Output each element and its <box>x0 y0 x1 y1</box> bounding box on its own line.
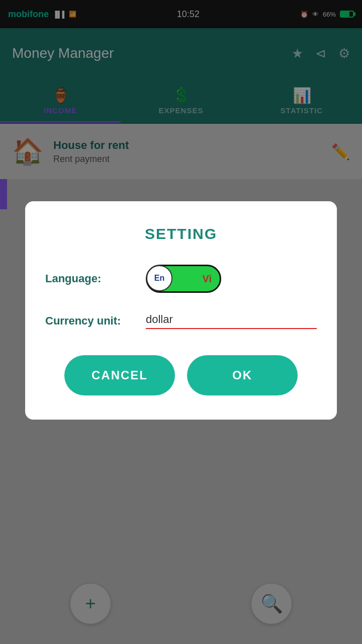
cancel-button[interactable]: CANCEL <box>64 355 175 395</box>
language-row: Language: En Vi <box>45 265 317 293</box>
toggle-en-knob: En <box>146 265 172 291</box>
currency-input-wrap <box>146 313 317 329</box>
currency-row: Currency unit: <box>45 313 317 329</box>
language-toggle[interactable]: En Vi <box>146 265 221 293</box>
dialog-buttons: CANCEL OK <box>45 355 317 395</box>
ok-button[interactable]: OK <box>187 355 298 395</box>
dialog-title: SETTING <box>45 225 317 243</box>
settings-dialog: SETTING Language: En Vi Currency unit: C… <box>25 201 337 420</box>
toggle-vi-label: Vi <box>202 273 212 285</box>
currency-label: Currency unit: <box>45 314 146 328</box>
language-label: Language: <box>45 272 146 285</box>
toggle-en-label: En <box>154 274 164 283</box>
currency-input[interactable] <box>146 313 317 326</box>
